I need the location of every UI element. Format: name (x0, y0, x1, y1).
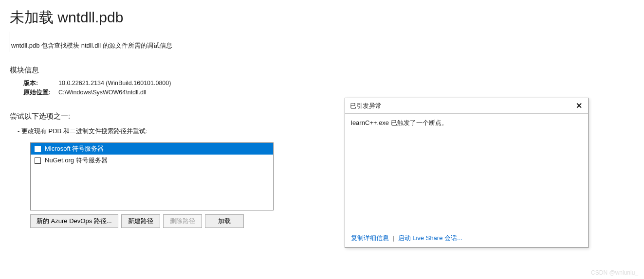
symbol-server-list[interactable]: Microsoft 符号服务器 NuGet.org 符号服务器 (30, 142, 274, 210)
module-version-row: 版本: 10.0.22621.2134 (WinBuild.160101.080… (23, 79, 634, 88)
list-item-label: Microsoft 符号服务器 (45, 144, 104, 153)
popup-footer: 复制详细信息 | 启动 Live Share 会话... (345, 230, 588, 247)
popup-title: 已引发异常 (350, 102, 382, 110)
copy-details-link[interactable]: 复制详细信息 (351, 234, 389, 242)
exception-message: learnC++.exe 已触发了一个断点。 (351, 119, 448, 126)
popup-header: 已引发异常 ✕ (345, 98, 588, 114)
live-share-link[interactable]: 启动 Live Share 会话... (398, 234, 462, 242)
module-location-label: 原始位置: (23, 88, 58, 97)
watermark: CSDN @wniuniu_ (591, 269, 638, 276)
module-version-label: 版本: (23, 79, 58, 88)
pdb-description: wntdll.pdb 包含查找模块 ntdll.dll 的源文件所需的调试信息 (10, 32, 644, 52)
module-version-value: 10.0.22621.2134 (WinBuild.160101.0800) (58, 79, 171, 88)
checkbox-icon[interactable] (35, 146, 41, 152)
list-item-label: NuGet.org 符号服务器 (45, 156, 108, 165)
module-info-header: 模块信息 (0, 52, 644, 78)
separator: | (393, 234, 394, 242)
new-azure-devops-button[interactable]: 新的 Azure DevOps 路径... (30, 214, 118, 228)
exception-popup: 已引发异常 ✕ learnC++.exe 已触发了一个断点。 复制详细信息 | … (345, 98, 589, 248)
module-info: 版本: 10.0.22621.2134 (WinBuild.160101.080… (0, 78, 644, 98)
page-title: 未加载 wntdll.pdb (0, 0, 644, 32)
checkbox-icon[interactable] (35, 157, 41, 164)
module-location-row: 原始位置: C:\Windows\SysWOW64\ntdll.dll (23, 88, 634, 97)
new-path-button[interactable]: 新建路径 (121, 214, 160, 228)
list-item[interactable]: NuGet.org 符号服务器 (31, 155, 273, 166)
delete-path-button: 删除路径 (163, 214, 202, 228)
module-location-value: C:\Windows\SysWOW64\ntdll.dll (58, 88, 147, 97)
popup-body: learnC++.exe 已触发了一个断点。 (345, 114, 588, 230)
load-button[interactable]: 加载 (205, 214, 244, 228)
close-icon[interactable]: ✕ (574, 101, 584, 110)
list-item[interactable]: Microsoft 符号服务器 (31, 143, 273, 155)
